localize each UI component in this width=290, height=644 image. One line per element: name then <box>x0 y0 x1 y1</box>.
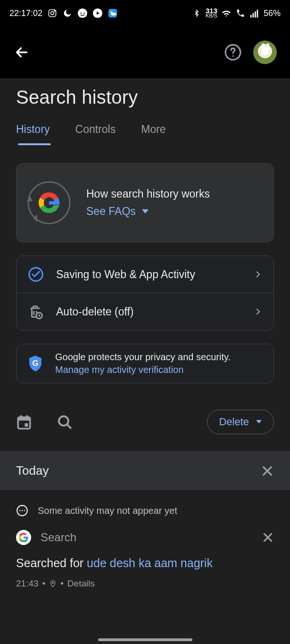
svg-rect-13 <box>257 10 258 17</box>
moon-icon <box>62 8 73 18</box>
instagram-icon <box>47 8 58 18</box>
activity-time: 21:43 <box>16 578 39 589</box>
status-time: 22:17:02 <box>9 8 42 18</box>
tab-history-label: History <box>16 123 50 135</box>
svg-point-15 <box>232 55 233 57</box>
dot-separator: • <box>42 578 46 589</box>
activity-item: Search <box>16 530 274 545</box>
activity-details-link[interactable]: Details <box>67 578 95 589</box>
privacy-card: G Google protects your privacy and secur… <box>16 344 274 383</box>
dismiss-activity-button[interactable] <box>262 531 274 544</box>
faq-title: How search history works <box>86 188 210 200</box>
activity-section: Some activity may not appear yet Search … <box>0 490 290 594</box>
search-icon[interactable] <box>57 414 73 430</box>
faq-card[interactable]: How search history works See FAQs <box>16 163 274 242</box>
faq-link[interactable]: See FAQs <box>86 205 210 218</box>
svg-rect-17 <box>49 201 59 205</box>
svg-rect-12 <box>255 11 256 17</box>
today-section-header: Today <box>0 451 290 490</box>
wifi-icon <box>221 8 232 18</box>
dismiss-today-button[interactable] <box>261 464 274 478</box>
activity-title[interactable]: Searched for ude desh ka aam nagrik <box>16 556 274 570</box>
activity-app-label: Search <box>41 531 252 544</box>
bluetooth-icon <box>191 8 202 18</box>
history-toolbar: Delete <box>0 383 290 446</box>
settings-card: Saving to Web & App Activity Auto-delete… <box>16 256 274 330</box>
svg-point-4 <box>81 13 82 14</box>
svg-point-5 <box>83 13 85 14</box>
activity-prefix: Searched for <box>16 556 87 570</box>
signal-icon <box>249 8 260 18</box>
svg-point-30 <box>24 510 25 512</box>
back-button[interactable] <box>13 44 30 61</box>
svg-text:G: G <box>33 359 39 368</box>
activity-query: ude desh ka aam nagrik <box>87 556 213 570</box>
caret-down-icon <box>256 420 262 424</box>
battery-percent: 56% <box>264 8 281 18</box>
setting-autodelete-label: Auto-delete (off) <box>56 305 241 318</box>
svg-point-31 <box>52 582 54 583</box>
tab-more[interactable]: More <box>141 123 166 144</box>
svg-point-29 <box>22 510 23 512</box>
setting-saving[interactable]: Saving to Web & App Activity <box>17 256 273 293</box>
activity-notice-text: Some activity may not appear yet <box>38 505 177 516</box>
svg-point-1 <box>51 12 54 15</box>
avatar[interactable] <box>253 41 277 64</box>
tabs: History Controls More <box>0 113 290 144</box>
status-bar: 22:17:02 313 KB/S <box>0 0 290 26</box>
location-pin-icon[interactable] <box>49 579 57 588</box>
svg-rect-24 <box>26 415 28 419</box>
play-icon <box>92 8 103 18</box>
tab-history[interactable]: History <box>16 123 50 144</box>
setting-autodelete[interactable]: Auto-delete (off) <box>17 293 273 330</box>
help-icon[interactable] <box>224 43 242 61</box>
svg-rect-10 <box>250 15 252 17</box>
svg-rect-25 <box>25 423 28 427</box>
today-label: Today <box>16 463 49 478</box>
faq-link-label: See FAQs <box>86 205 136 218</box>
more-circle-icon <box>16 504 28 517</box>
content-area: Search history History Controls More <box>0 78 290 644</box>
activity-notice-row: Some activity may not appear yet <box>16 504 274 517</box>
dot-separator: • <box>60 578 64 589</box>
delete-button-label: Delete <box>219 416 249 428</box>
svg-rect-22 <box>18 417 30 421</box>
app-bar <box>0 26 290 78</box>
svg-point-9 <box>111 13 116 16</box>
tab-controls[interactable]: Controls <box>75 123 116 144</box>
page-title: Search history <box>0 78 290 113</box>
activity-meta: 21:43 • • Details <box>16 578 274 589</box>
privacy-link[interactable]: Manage my activity verification <box>55 364 231 375</box>
autodelete-icon <box>28 304 44 320</box>
nav-bar-indicator <box>98 638 192 641</box>
chevron-right-icon <box>254 268 262 281</box>
tab-more-label: More <box>141 123 166 135</box>
svg-point-28 <box>19 510 21 512</box>
reddit-icon <box>77 8 88 18</box>
setting-saving-label: Saving to Web & App Activity <box>56 268 241 281</box>
google-icon <box>16 530 31 545</box>
svg-point-2 <box>54 10 55 11</box>
svg-rect-11 <box>252 13 254 17</box>
chevron-right-icon <box>254 305 262 318</box>
checkmark-circle-icon <box>28 266 44 282</box>
wifi-calling-icon <box>235 8 246 18</box>
tab-controls-label: Controls <box>75 123 116 135</box>
privacy-text: Google protects your privacy and securit… <box>55 352 231 363</box>
delete-button[interactable]: Delete <box>207 410 274 434</box>
shield-icon: G <box>28 355 43 372</box>
data-rate: 313 KB/S <box>206 8 217 18</box>
svg-point-3 <box>78 8 87 18</box>
caret-down-icon <box>141 209 149 215</box>
weather-icon <box>108 8 118 18</box>
history-google-icon <box>23 177 75 229</box>
svg-rect-23 <box>20 415 22 419</box>
calendar-icon[interactable] <box>16 414 32 430</box>
